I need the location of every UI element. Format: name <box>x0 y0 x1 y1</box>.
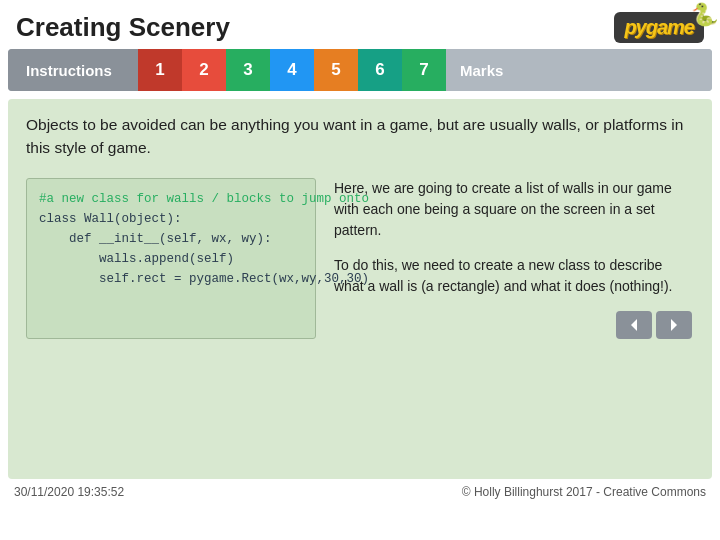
footer-copyright: © Holly Billinghurst 2017 - Creative Com… <box>462 485 706 499</box>
pygame-snake-icon: 🐍 <box>691 2 718 28</box>
nav-num-2[interactable]: 2 <box>182 49 226 91</box>
nav-marks-label: Marks <box>446 49 712 91</box>
footer-date: 30/11/2020 19:35:52 <box>14 485 124 499</box>
nav-num-4[interactable]: 4 <box>270 49 314 91</box>
nav-arrows <box>334 311 694 339</box>
nav-num-6[interactable]: 6 <box>358 49 402 91</box>
svg-marker-0 <box>631 319 637 331</box>
chevron-left-icon <box>626 317 642 333</box>
nav-instructions-label: Instructions <box>8 49 138 91</box>
intro-text: Objects to be avoided can be anything yo… <box>26 113 694 160</box>
pygame-badge-text: pygame <box>624 16 694 38</box>
code-line-3: def __init__(self, wx, wy): <box>39 232 272 246</box>
header: Creating Scenery pygame 🐍 <box>0 0 720 49</box>
code-line-5: self.rect = pygame.Rect(wx,wy,30,30) <box>39 272 369 286</box>
nav-num-3[interactable]: 3 <box>226 49 270 91</box>
right-para-2: To do this, we need to create a new clas… <box>334 255 694 297</box>
code-block: #a new class for walls / blocks to jump … <box>26 178 316 339</box>
right-text: Here, we are going to create a list of w… <box>334 178 694 339</box>
svg-marker-1 <box>671 319 677 331</box>
nav-num-7[interactable]: 7 <box>402 49 446 91</box>
code-comment: #a new class for walls / blocks to jump … <box>39 192 369 206</box>
nav-bar: Instructions 1 2 3 4 5 6 7 Marks <box>8 49 712 91</box>
chevron-right-icon <box>666 317 682 333</box>
page: Creating Scenery pygame 🐍 Instructions 1… <box>0 0 720 540</box>
code-line-4: walls.append(self) <box>39 252 234 266</box>
page-title: Creating Scenery <box>16 12 230 43</box>
nav-num-1[interactable]: 1 <box>138 49 182 91</box>
footer: 30/11/2020 19:35:52 © Holly Billinghurst… <box>0 479 720 503</box>
right-para-1: Here, we are going to create a list of w… <box>334 178 694 241</box>
next-button[interactable] <box>656 311 692 339</box>
content-split: #a new class for walls / blocks to jump … <box>26 178 694 339</box>
content-area: Objects to be avoided can be anything yo… <box>8 99 712 479</box>
pygame-badge: pygame 🐍 <box>614 12 704 43</box>
code-line-2: class Wall(object): <box>39 212 182 226</box>
nav-num-5[interactable]: 5 <box>314 49 358 91</box>
pygame-logo: pygame 🐍 <box>614 12 704 43</box>
prev-button[interactable] <box>616 311 652 339</box>
